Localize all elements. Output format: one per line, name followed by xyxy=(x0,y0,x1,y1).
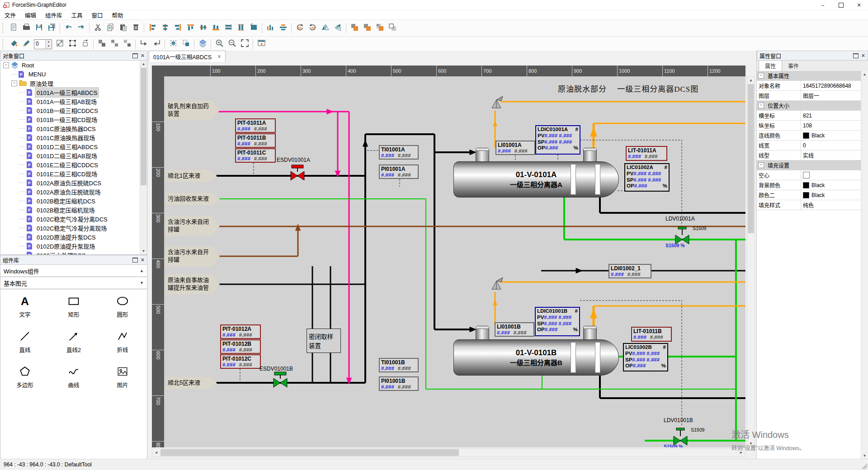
new-button[interactable] xyxy=(7,22,20,34)
send-backward-button[interactable] xyxy=(386,22,399,34)
tree-item[interactable]: P0101E二级三相CD现场 xyxy=(0,169,147,178)
canvas-vertical-scrollbar[interactable]: ▲ ▼ xyxy=(747,76,755,447)
spin-up-icon[interactable]: ▲ xyxy=(46,40,52,44)
group-collapse-icon[interactable]: − xyxy=(758,73,764,79)
instrument-tag-PI01001B[interactable]: PI01001B #.####.### xyxy=(379,376,419,391)
snap-obj-button[interactable] xyxy=(179,38,192,50)
spin-down-icon[interactable]: ▼ xyxy=(46,44,52,49)
scroll-thumb[interactable] xyxy=(141,68,146,185)
esdv-valve-ESDV01001A[interactable] xyxy=(288,164,307,184)
bring-forward-button[interactable] xyxy=(373,22,386,34)
instrument-tag-PIT-01012A[interactable]: PIT-01012A #.####.### xyxy=(220,324,261,339)
component-line[interactable]: 直线 xyxy=(0,324,49,360)
tree-item[interactable]: P0101A一级三相ABDCS xyxy=(0,88,147,97)
tab-close-icon[interactable]: ✕ xyxy=(217,54,221,60)
zoom-out-button[interactable] xyxy=(226,38,238,50)
tree-item[interactable]: P0101A一级三相AB现场 xyxy=(0,97,147,106)
edit-rect-button[interactable] xyxy=(66,38,79,50)
property-value-cell[interactable]: 纯色 xyxy=(801,201,861,209)
flip-h-button[interactable] xyxy=(319,22,331,34)
menu-组件库[interactable]: 组件库 xyxy=(41,10,67,20)
instrument-tag-LIT-01011A[interactable]: LIT-01011A #.####.### xyxy=(626,146,667,161)
tree-item[interactable]: −原油处理 xyxy=(0,79,147,88)
document-tab[interactable]: 0101A一级三相ABDCS ✕ xyxy=(149,51,226,62)
maximize-button[interactable] xyxy=(832,0,850,10)
property-group-填充设置[interactable]: − 填充设置 xyxy=(757,160,861,170)
instrument-tag-TI01001A[interactable]: TI01001A #.####.### xyxy=(379,145,419,160)
group-collapse-icon[interactable]: − xyxy=(758,162,764,168)
property-group-基本属性[interactable]: − 基本属性 xyxy=(757,71,861,81)
float-panel-icon[interactable] xyxy=(132,258,138,263)
save-button[interactable] xyxy=(33,22,45,34)
properties-scrollbar[interactable]: ▲ ▼ xyxy=(861,71,868,459)
drawing-canvas[interactable]: 原油脱水部分 一级三相分离器DCS图破乳剂来自加药装置顺北1区来液污油回收泵来液… xyxy=(164,76,745,447)
scroll-thumb[interactable] xyxy=(160,449,459,456)
instrument-tag-LDIC01001A[interactable]: LDIC01001A# PV#.### #.### SP#.### #.### … xyxy=(535,125,580,155)
property-value-cell[interactable]: Black xyxy=(801,132,861,139)
undo-button[interactable] xyxy=(62,22,75,34)
checkbox[interactable] xyxy=(803,172,810,179)
property-group-位置大小[interactable]: − 位置大小 xyxy=(757,101,861,111)
property-value-cell[interactable]: Black xyxy=(801,192,861,198)
align-right-button[interactable] xyxy=(171,22,184,34)
instrument-tag-LIT-01011B[interactable]: LIT-01011B #.####.### xyxy=(631,327,672,342)
instrument-tag-LI01001B[interactable]: LI01001B #.####.### xyxy=(495,322,534,337)
scroll-down-icon[interactable]: ▼ xyxy=(140,248,147,254)
instrument-tag-PIT-01012B[interactable]: PIT-01012B #.####.### xyxy=(220,339,261,354)
send-back-button[interactable] xyxy=(361,22,373,34)
section-collapse-icon[interactable]: ▲ xyxy=(140,268,144,273)
zoom-reset-button[interactable] xyxy=(238,38,251,50)
group-button[interactable] xyxy=(95,38,108,50)
tree-item[interactable]: P0102B稳定压缩机DCS xyxy=(0,196,147,205)
tree-item[interactable]: P0101E二级三相CDDCS xyxy=(0,160,147,169)
component-section-1[interactable]: Windows组件 ▲ xyxy=(0,265,147,277)
component-text[interactable]: A 文字 xyxy=(0,289,49,324)
scroll-down-icon[interactable]: ▼ xyxy=(861,452,868,459)
menu-文件[interactable]: 文件 xyxy=(0,10,20,20)
align-top-button[interactable] xyxy=(184,22,197,34)
rotate-ccw-button[interactable]: 90 xyxy=(306,22,319,34)
canvas-horizontal-scrollbar[interactable]: ◄ ► xyxy=(152,448,745,457)
instrument-tag-PIT-01011C[interactable]: PIT-01011C #.####.### xyxy=(235,148,276,163)
menu-工具[interactable]: 工具 xyxy=(67,10,87,20)
ungroup-button[interactable] xyxy=(108,38,121,50)
tree-expander-icon[interactable]: − xyxy=(11,80,17,86)
tree-scrollbar[interactable]: ▲ ▼ xyxy=(140,61,147,254)
bring-front-button[interactable] xyxy=(348,22,361,34)
tree-item[interactable]: −Root xyxy=(0,61,147,70)
menu-编辑[interactable]: 编辑 xyxy=(20,10,41,20)
instrument-tag-TI01001B[interactable]: TI01001B #.####.### xyxy=(379,358,419,372)
scroll-up-icon[interactable]: ▲ xyxy=(140,61,147,67)
tree-item[interactable]: P0102D原油提升泵现场 xyxy=(0,241,147,250)
property-value-cell[interactable]: Black xyxy=(801,182,861,188)
distribute-v-button[interactable] xyxy=(277,22,289,34)
resize-grip[interactable] xyxy=(862,464,867,469)
scroll-left-icon[interactable]: ◄ xyxy=(152,449,160,456)
scroll-up-icon[interactable]: ▲ xyxy=(747,77,755,84)
tree-item[interactable]: P0101B一级三相CDDCS xyxy=(0,106,147,115)
property-value-cell[interactable]: 108 xyxy=(801,122,861,129)
component-ellipse[interactable]: 圆形 xyxy=(98,289,147,324)
property-value-cell[interactable] xyxy=(801,172,861,179)
property-value-cell[interactable]: 实线 xyxy=(801,151,861,159)
layers-button[interactable] xyxy=(196,38,209,50)
link-in-button[interactable] xyxy=(137,38,150,50)
scroll-down-icon[interactable]: ▼ xyxy=(747,440,755,447)
preview-button[interactable] xyxy=(255,38,268,50)
float-panel-icon[interactable] xyxy=(853,53,859,58)
align-middle-button[interactable] xyxy=(197,22,209,34)
tree-item[interactable]: P0101C原油换热器现场 xyxy=(0,133,147,142)
instrument-tag-LI01001A[interactable]: LI01001A #.####.### xyxy=(495,141,535,155)
tree-item[interactable]: P0102D原油提升泵DCS xyxy=(0,232,147,241)
color-swatch[interactable] xyxy=(803,192,809,198)
property-value-cell[interactable]: 图层一 xyxy=(801,92,861,99)
properties-tab-事件[interactable]: 事件 xyxy=(782,61,805,71)
close-panel-icon[interactable]: ✕ xyxy=(861,53,865,58)
link-out-button[interactable] xyxy=(150,38,163,50)
separator-vessel[interactable]: 01-V-0101B 一级三相分离器B xyxy=(453,339,619,376)
align-bottom-button[interactable] xyxy=(209,22,222,34)
instrument-tag-PI01001A[interactable]: PI01001A #.####.### xyxy=(379,164,419,179)
instrument-tag-PIT-01011B[interactable]: PIT-01011B #.####.### xyxy=(235,133,276,148)
tree-expander-icon[interactable]: − xyxy=(3,62,9,68)
component-curve[interactable]: 曲线 xyxy=(49,360,98,395)
